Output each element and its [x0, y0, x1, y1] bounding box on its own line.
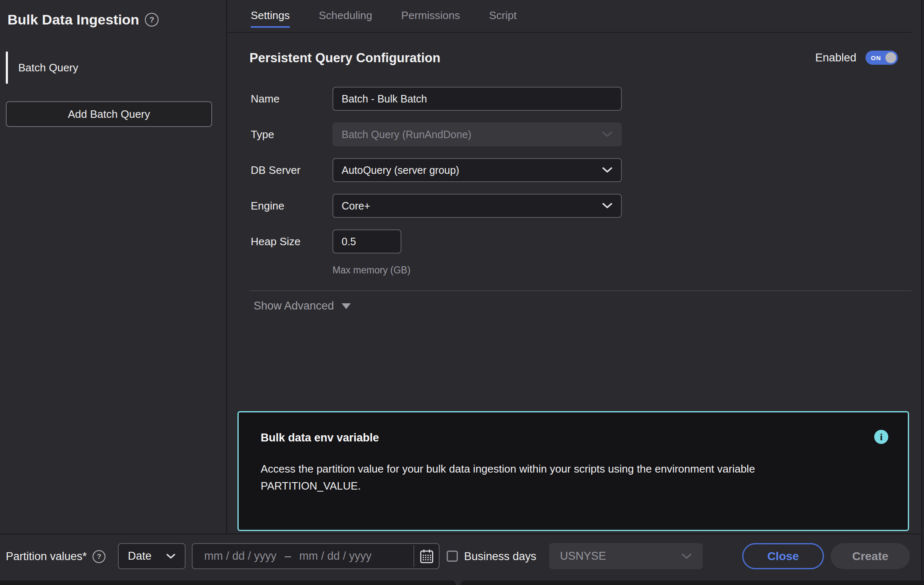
partition-type-select[interactable]: Date	[118, 543, 186, 569]
info-icon	[874, 430, 888, 444]
section-heading: Persistent Query Configuration	[249, 51, 440, 66]
db-server-select-value: AutoQuery (server group)	[342, 164, 459, 176]
toggle-knob	[885, 52, 896, 63]
tab-settings[interactable]: Settings	[251, 9, 290, 28]
show-advanced-label: Show Advanced	[254, 300, 334, 312]
create-button[interactable]: Create	[831, 543, 910, 569]
form-divider	[249, 290, 912, 291]
tab-bar-divider	[227, 32, 912, 33]
page-title-row: Bulk Data Ingestion	[7, 12, 159, 28]
enabled-toggle-group: Enabled ON	[815, 51, 898, 65]
add-batch-query-button[interactable]: Add Batch Query	[6, 101, 212, 127]
sidebar-item-label: Batch Query	[18, 61, 78, 74]
enabled-toggle[interactable]: ON	[865, 51, 898, 65]
heap-size-row: Heap Size	[251, 229, 622, 254]
date-end-placeholder[interactable]: mm / dd / yyyy	[299, 550, 372, 563]
info-box: Bulk data env variable Access the partit…	[237, 411, 909, 531]
partition-values-group: Partition values*	[6, 550, 105, 563]
enabled-label: Enabled	[815, 51, 856, 64]
db-server-select[interactable]: AutoQuery (server group)	[332, 158, 622, 182]
db-server-label: DB Server	[251, 164, 332, 177]
selected-indicator-bar	[6, 51, 8, 84]
calendar-picker-button[interactable]	[414, 544, 439, 568]
tab-scheduling[interactable]: Scheduling	[319, 9, 372, 28]
chevron-down-icon	[602, 202, 613, 209]
triangle-down-icon	[342, 303, 351, 309]
background-panel-edge-left	[0, 580, 456, 585]
type-select: Batch Query (RunAndDone)	[332, 122, 622, 146]
engine-label: Engine	[251, 200, 332, 212]
name-input[interactable]	[332, 87, 622, 111]
heap-size-input[interactable]	[332, 229, 401, 254]
page-title: Bulk Data Ingestion	[7, 12, 139, 28]
close-button[interactable]: Close	[742, 543, 824, 569]
show-advanced-toggle[interactable]: Show Advanced	[254, 300, 351, 312]
name-label: Name	[251, 93, 332, 105]
engine-select[interactable]: Core+	[332, 194, 622, 218]
engine-select-value: Core+	[342, 200, 370, 212]
date-start-placeholder[interactable]: mm / dd / yyyy	[193, 550, 276, 563]
chevron-down-icon	[166, 553, 176, 559]
panel-right-gutter	[922, 0, 924, 585]
info-box-title: Bulk data env variable	[261, 431, 379, 444]
partition-values-label: Partition values*	[6, 550, 87, 563]
date-range-separator: –	[276, 550, 299, 563]
calendar-icon	[419, 548, 434, 564]
db-server-row: DB Server AutoQuery (server group)	[251, 158, 622, 182]
add-batch-query-label: Add Batch Query	[68, 108, 150, 121]
type-select-value: Batch Query (RunAndDone)	[342, 129, 472, 141]
bulk-data-ingestion-dialog: Bulk Data Ingestion Batch Query Add Batc…	[0, 0, 924, 585]
sidebar-divider	[226, 0, 227, 534]
heap-size-label: Heap Size	[251, 235, 332, 248]
partition-type-select-value: Date	[128, 550, 152, 563]
tab-script[interactable]: Script	[489, 9, 516, 28]
heap-size-help-text: Max memory (GB)	[332, 265, 411, 276]
business-days-checkbox[interactable]	[447, 551, 458, 562]
toggle-state-label: ON	[871, 54, 881, 61]
pq-config-form: Name Type Batch Query (RunAndDone) DB Se…	[251, 87, 622, 265]
type-label: Type	[251, 128, 332, 141]
calendar-select: USNYSE	[549, 543, 703, 569]
tab-permissions[interactable]: Permissions	[401, 9, 460, 28]
chevron-down-icon	[681, 553, 692, 560]
sidebar-item-batch-query[interactable]: Batch Query	[0, 51, 226, 84]
calendar-select-value: USNYSE	[560, 550, 606, 563]
help-icon[interactable]	[93, 550, 105, 563]
help-icon[interactable]	[145, 13, 159, 27]
chevron-down-icon	[602, 131, 613, 138]
info-box-body: Access the partition value for your bulk…	[261, 461, 867, 495]
name-row: Name	[251, 87, 622, 111]
engine-row: Engine Core+	[251, 194, 622, 218]
chevron-down-icon	[602, 167, 613, 173]
footer-divider	[0, 534, 924, 534]
type-row: Type Batch Query (RunAndDone)	[251, 122, 622, 146]
close-button-label: Close	[767, 550, 799, 563]
business-days-label: Business days	[464, 550, 536, 563]
create-button-label: Create	[852, 550, 888, 563]
tab-bar: Settings Scheduling Permissions Script	[251, 9, 517, 28]
date-range-input[interactable]: mm / dd / yyyy – mm / dd / yyyy	[192, 543, 440, 569]
background-panel-edge-right	[460, 580, 924, 585]
